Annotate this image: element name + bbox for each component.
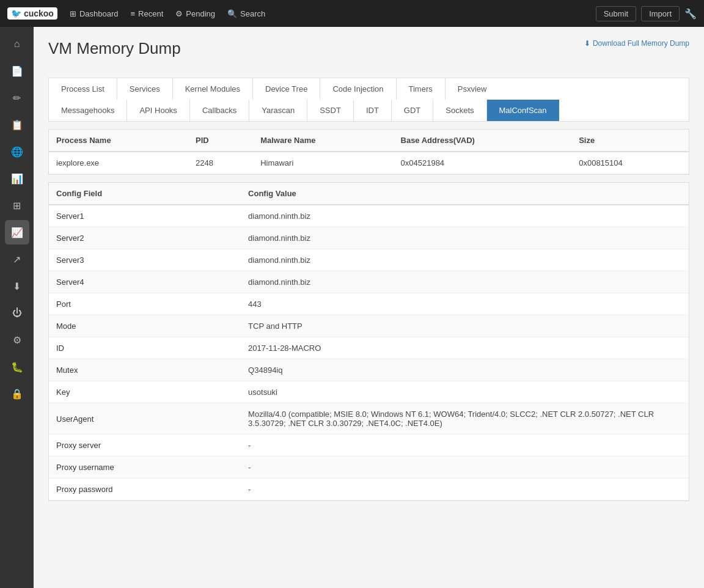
config-field-cell: Proxy server: [49, 435, 241, 457]
nav-recent[interactable]: ≡ Recent: [131, 9, 164, 18]
submit-button[interactable]: Submit: [596, 6, 636, 21]
download-full-memory-dump-link[interactable]: ⬇ Download Full Memory Dump: [584, 39, 689, 48]
config-table-row: MutexQ34894iq: [49, 359, 689, 381]
config-table-row: ID2017-11-28-MACRO: [49, 337, 689, 359]
config-value-cell: 443: [241, 293, 689, 315]
tab-timers[interactable]: Timers: [397, 78, 446, 100]
tab-idt[interactable]: IDT: [354, 100, 392, 121]
sidebar-item-settings[interactable]: ⚙: [5, 328, 29, 352]
wrench-icon[interactable]: 🔧: [684, 8, 697, 20]
import-button[interactable]: Import: [641, 6, 680, 21]
config-table-row: Server1diamond.ninth.biz: [49, 205, 689, 227]
process-table: Process Name PID Malware Name Base Addre…: [49, 130, 689, 174]
config-field-cell: Server4: [49, 271, 241, 293]
book-icon: 📋: [11, 119, 23, 131]
tab-gdt[interactable]: GDT: [392, 100, 433, 121]
config-value-cell: 2017-11-28-MACRO: [241, 337, 689, 359]
config-value-cell: diamond.ninth.biz: [241, 227, 689, 249]
config-value-cell: diamond.ninth.biz: [241, 249, 689, 271]
sidebar-item-download[interactable]: ⬇: [5, 274, 29, 298]
tab-services[interactable]: Services: [117, 78, 173, 100]
config-field-cell: Server3: [49, 249, 241, 271]
tab-ssdt[interactable]: SSDT: [307, 100, 354, 121]
sidebar-item-edit[interactable]: ✏: [5, 86, 29, 110]
cell-base-address: 0x04521984: [394, 152, 572, 174]
tab-messagehooks[interactable]: Messagehooks: [49, 100, 127, 121]
table-row: iexplore.exe 2248 Himawari 0x04521984 0x…: [49, 152, 689, 174]
bug-icon: 🐛: [11, 361, 23, 373]
config-value-cell: Mozilla/4.0 (compatible; MSIE 8.0; Windo…: [241, 403, 689, 435]
config-value-cell: -: [241, 435, 689, 457]
sidebar-item-home[interactable]: ⌂: [5, 32, 29, 56]
config-field-cell: Port: [49, 293, 241, 315]
share-icon: ↗: [13, 254, 21, 265]
config-table-row: Port443: [49, 293, 689, 315]
sidebar-item-network[interactable]: 🌐: [5, 139, 29, 164]
tabs-row-1: Process List Services Kernel Modules Dev…: [48, 78, 689, 100]
col-size: Size: [571, 130, 689, 152]
sidebar-item-debug[interactable]: 🐛: [5, 355, 29, 379]
config-table-row: Keyusotsuki: [49, 381, 689, 403]
cell-malware-name: Himawari: [253, 152, 393, 174]
nav-pending[interactable]: ⚙ Pending: [175, 9, 215, 18]
sidebar-item-share[interactable]: ↗: [5, 247, 29, 271]
config-field-cell: Mode: [49, 315, 241, 337]
tab-yarascan[interactable]: Yarascan: [249, 100, 307, 121]
sidebar-item-files[interactable]: 📄: [5, 59, 29, 83]
config-field-cell: Proxy username: [49, 457, 241, 479]
tab-process-list[interactable]: Process List: [49, 78, 117, 100]
config-table-row: Proxy username-: [49, 457, 689, 479]
settings-icon: ⚙: [175, 9, 183, 18]
sidebar-item-reports[interactable]: 📋: [5, 112, 29, 137]
config-table-row: ModeTCP and HTTP: [49, 315, 689, 337]
brand: 🐦 cuckoo: [7, 7, 57, 20]
sidebar-item-analysis[interactable]: 📈: [5, 220, 29, 244]
config-value-cell: usotsuki: [241, 381, 689, 403]
tab-psxview[interactable]: Psxview: [446, 78, 499, 100]
col-config-field: Config Field: [49, 183, 241, 205]
sidebar-item-security[interactable]: 🔒: [5, 381, 29, 406]
config-value-cell: diamond.ninth.biz: [241, 205, 689, 227]
cog-icon: ⚙: [13, 334, 21, 346]
brand-logo[interactable]: 🐦 cuckoo: [7, 7, 57, 20]
config-table: Config Field Config Value Server1diamond…: [49, 183, 689, 501]
col-config-value: Config Value: [241, 183, 689, 205]
power-icon: ⏻: [12, 307, 22, 318]
lock-icon: 🔒: [11, 388, 23, 400]
globe-icon: 🌐: [11, 146, 23, 158]
file-icon: 📄: [11, 65, 23, 77]
doc-icon: 📊: [11, 173, 23, 185]
download-arrow-icon: ⬇: [584, 39, 590, 48]
cell-size: 0x00815104: [571, 152, 689, 174]
config-field-cell: UserAgent: [49, 403, 241, 435]
process-table-container: Process Name PID Malware Name Base Addre…: [48, 129, 689, 175]
config-value-cell: TCP and HTTP: [241, 315, 689, 337]
config-value-cell: Q34894iq: [241, 359, 689, 381]
page-title: VM Memory Dump: [48, 39, 181, 58]
col-pid: PID: [188, 130, 253, 152]
config-table-row: Proxy password-: [49, 479, 689, 501]
tab-malconfscan[interactable]: MalConfScan: [487, 100, 559, 121]
grid-icon: ⊞: [13, 200, 21, 211]
tab-api-hooks[interactable]: API Hooks: [127, 100, 189, 121]
config-field-cell: Key: [49, 381, 241, 403]
config-value-cell: -: [241, 479, 689, 501]
tab-code-injection[interactable]: Code Injection: [320, 78, 396, 100]
tab-device-tree[interactable]: Device Tree: [253, 78, 320, 100]
sidebar-item-documents[interactable]: 📊: [5, 166, 29, 191]
config-table-row: Proxy server-: [49, 435, 689, 457]
navbar: 🐦 cuckoo ⊞ Dashboard ≡ Recent ⚙ Pending …: [0, 0, 704, 27]
nav-search[interactable]: 🔍 Search: [227, 9, 265, 18]
nav-actions: Submit Import 🔧: [596, 6, 697, 21]
tab-kernel-modules[interactable]: Kernel Modules: [173, 78, 253, 100]
tab-callbacks[interactable]: Callbacks: [190, 100, 249, 121]
col-process-name: Process Name: [49, 130, 188, 152]
config-table-row: Server3diamond.ninth.biz: [49, 249, 689, 271]
sidebar-item-power[interactable]: ⏻: [5, 301, 29, 325]
nav-dashboard[interactable]: ⊞ Dashboard: [70, 9, 119, 18]
config-value-cell: -: [241, 457, 689, 479]
sidebar-item-grid[interactable]: ⊞: [5, 193, 29, 218]
config-field-cell: Mutex: [49, 359, 241, 381]
main-content: VM Memory Dump ⬇ Download Full Memory Du…: [34, 27, 704, 588]
tab-sockets[interactable]: Sockets: [433, 100, 486, 121]
